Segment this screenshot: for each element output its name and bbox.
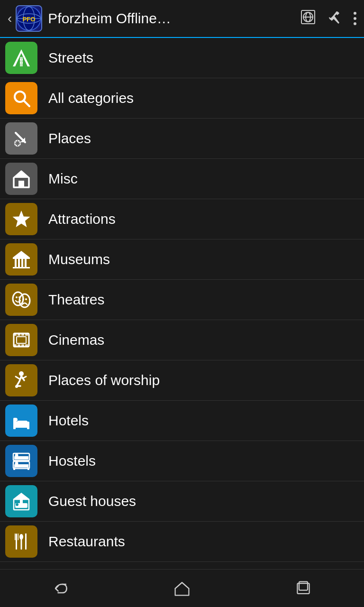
- list-item-guest-houses[interactable]: Guest houses: [0, 481, 364, 522]
- places-icon: [12, 129, 31, 148]
- app-header: ‹ PFO Pforzheim Offline…: [0, 0, 364, 38]
- svg-rect-48: [14, 344, 17, 347]
- nav-home-button[interactable]: [173, 580, 191, 597]
- svg-rect-76: [15, 533, 16, 540]
- list-item-hostels[interactable]: Hostels: [0, 441, 364, 481]
- streets-icon-container: [0, 38, 43, 78]
- wrench-button[interactable]: [327, 9, 342, 28]
- list-item-hotels[interactable]: Hotels: [0, 401, 364, 441]
- svg-point-40: [19, 294, 30, 307]
- museums-icon-container: [0, 239, 43, 280]
- globe-icon: [300, 9, 316, 25]
- places-label: Places: [43, 130, 91, 147]
- svg-rect-16: [22, 62, 23, 64]
- app-title: Pforzheim Offline…: [48, 10, 300, 27]
- list-item-misc[interactable]: Misc: [0, 159, 364, 199]
- misc-icon-box: [5, 163, 37, 195]
- cinemas-icon-box: [5, 324, 37, 356]
- theatre-icon: [12, 290, 31, 309]
- restaurants-label: Restaurants: [43, 533, 125, 550]
- list-item-cinemas[interactable]: Cinemas: [0, 320, 364, 360]
- svg-rect-66: [13, 468, 15, 470]
- cinema-icon: [12, 331, 31, 349]
- globe-button[interactable]: [300, 9, 316, 28]
- places-icon-box: [5, 122, 37, 155]
- svg-rect-45: [18, 333, 20, 336]
- museums-icon-box: [5, 243, 37, 276]
- hotels-icon: [12, 411, 31, 430]
- hostels-label: Hostels: [43, 453, 96, 469]
- all-categories-icon-box: [5, 82, 37, 114]
- streets-icon-box: [5, 42, 37, 74]
- back-nav-icon: [52, 580, 69, 597]
- places-icon-container: [0, 119, 43, 159]
- all-categories-icon-container: [0, 78, 43, 119]
- header-actions: [300, 9, 356, 28]
- hostels-icon-container: [0, 441, 43, 481]
- svg-marker-82: [175, 582, 189, 595]
- svg-rect-61: [27, 426, 29, 429]
- svg-rect-34: [21, 259, 23, 267]
- svg-marker-36: [13, 251, 30, 258]
- svg-rect-33: [18, 259, 20, 267]
- theatres-icon-box: [5, 284, 37, 316]
- hostels-icon: [12, 451, 31, 470]
- svg-rect-15: [20, 62, 21, 64]
- cinemas-label: Cinemas: [43, 332, 104, 348]
- restaurants-icon-container: [0, 522, 43, 562]
- hotels-icon-box: [5, 405, 37, 437]
- svg-rect-60: [13, 426, 16, 429]
- dot: [354, 17, 356, 20]
- home-icon: [12, 169, 31, 188]
- svg-rect-77: [18, 533, 19, 540]
- list-item-attractions[interactable]: Attractions: [0, 199, 364, 239]
- category-list: Streets All categories: [0, 38, 364, 569]
- restaurants-icon-box: [5, 525, 37, 558]
- hostels-icon-box: [5, 445, 37, 477]
- svg-rect-52: [17, 337, 26, 343]
- list-item-museums[interactable]: Museums: [0, 239, 364, 280]
- list-item-restaurants[interactable]: Restaurants: [0, 522, 364, 562]
- wrench-icon: [327, 9, 342, 25]
- list-item-streets[interactable]: Streets: [0, 38, 364, 78]
- list-item-places-of-worship[interactable]: Places of worship: [0, 360, 364, 401]
- more-menu-button[interactable]: [354, 12, 356, 25]
- restaurants-icon: [12, 532, 31, 551]
- svg-rect-51: [25, 344, 28, 347]
- nav-back-button[interactable]: [52, 580, 69, 597]
- dot: [354, 22, 356, 25]
- attractions-icon-box: [5, 203, 37, 235]
- streets-label: Streets: [43, 50, 93, 66]
- cinemas-icon-container: [0, 320, 43, 360]
- svg-rect-35: [25, 259, 27, 267]
- worship-icon-container: [0, 360, 43, 401]
- svg-rect-50: [21, 344, 24, 347]
- guesthouses-icon: [12, 492, 31, 511]
- museum-icon: [12, 250, 31, 269]
- home-nav-icon: [173, 580, 191, 597]
- list-item-theatres[interactable]: Theatres: [0, 280, 364, 320]
- svg-rect-14: [22, 59, 23, 60]
- svg-rect-32: [15, 259, 17, 267]
- list-item-all-categories[interactable]: All categories: [0, 78, 364, 119]
- svg-rect-56: [13, 425, 29, 428]
- svg-marker-70: [13, 493, 30, 499]
- svg-rect-13: [20, 59, 21, 60]
- svg-rect-78: [21, 539, 22, 550]
- attractions-icon-container: [0, 199, 43, 239]
- nav-recents-button[interactable]: [295, 580, 312, 597]
- svg-marker-27: [14, 171, 29, 178]
- svg-point-54: [15, 385, 18, 388]
- all-categories-label: All categories: [43, 90, 134, 106]
- guesthouses-icon-box: [5, 485, 37, 517]
- list-item-places[interactable]: Places: [0, 119, 364, 159]
- streets-icon: [12, 48, 31, 67]
- svg-point-59: [14, 418, 18, 422]
- svg-rect-49: [18, 344, 20, 347]
- svg-point-41: [22, 298, 24, 300]
- logo-graphic: PFO: [17, 6, 41, 31]
- attractions-label: Attractions: [43, 211, 116, 227]
- back-button[interactable]: ‹: [8, 11, 12, 26]
- svg-rect-12: [20, 57, 23, 66]
- svg-rect-58: [17, 421, 27, 424]
